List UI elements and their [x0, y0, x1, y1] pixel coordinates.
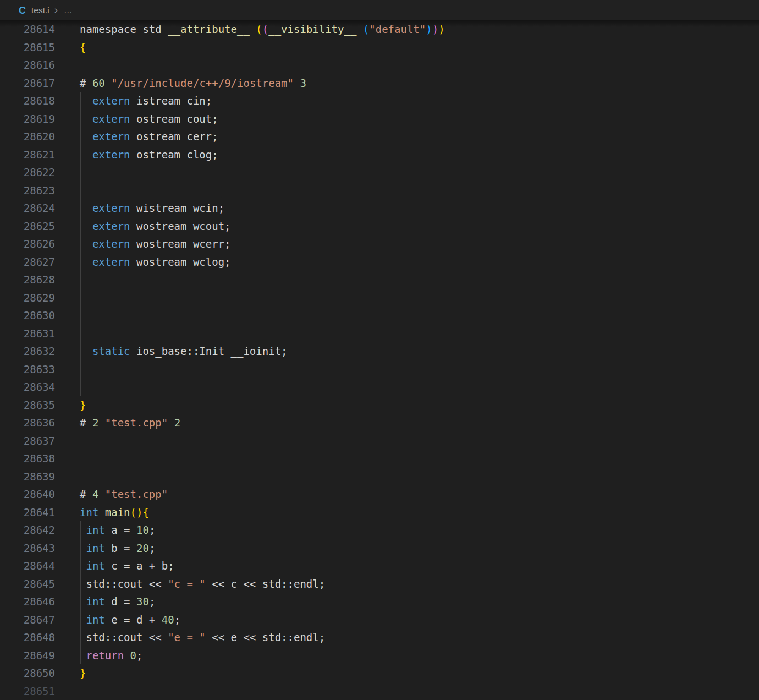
- token-str: "test.cpp": [105, 417, 168, 429]
- code-text: std::cout << "c = " << c << std::endl;: [80, 575, 325, 593]
- code-line[interactable]: 28626 extern wostream wcerr;: [0, 235, 759, 253]
- code-line[interactable]: 28643 int b = 20;: [0, 539, 759, 557]
- token-plain: c = a + b;: [105, 560, 174, 572]
- token-kw: int: [80, 506, 98, 518]
- token-kw: extern: [92, 113, 130, 125]
- token-plain: ;: [149, 542, 155, 554]
- line-number: 28621: [0, 146, 55, 164]
- code-line[interactable]: 28638: [0, 450, 759, 468]
- line-number: 28620: [0, 128, 55, 146]
- token-plain: #: [80, 417, 92, 429]
- line-number: 28614: [0, 20, 55, 39]
- code-line[interactable]: 28622: [0, 163, 759, 182]
- code-line[interactable]: 28631: [0, 325, 759, 343]
- code-line[interactable]: 28629: [0, 289, 759, 307]
- token-b2: ): [432, 23, 438, 35]
- code-line[interactable]: 28624 extern wistream wcin;: [0, 199, 759, 217]
- code-line[interactable]: 28640# 4 "test.cpp": [0, 485, 759, 504]
- code-text: std::cout << "e = " << e << std::endl;: [80, 628, 325, 647]
- token-plain: [250, 23, 256, 35]
- token-plain: [80, 560, 86, 572]
- code-line[interactable]: 28639: [0, 468, 759, 486]
- token-ctrl: return: [86, 649, 124, 661]
- code-text: int c = a + b;: [80, 557, 174, 575]
- token-plain: [80, 130, 92, 143]
- code-line[interactable]: 28637: [0, 432, 759, 450]
- code-line[interactable]: 28617# 60 "/usr/include/c++/9/iostream" …: [0, 74, 759, 92]
- code-line[interactable]: 28628: [0, 271, 759, 289]
- token-b1: {: [142, 506, 148, 518]
- code-line[interactable]: 28635}: [0, 396, 759, 414]
- token-plain: [294, 77, 300, 89]
- token-plain: namespace std: [80, 23, 168, 35]
- code-line[interactable]: 28620 extern ostream cerr;: [0, 128, 759, 146]
- token-plain: wostream wclog;: [130, 256, 231, 268]
- line-number: 28639: [0, 468, 55, 486]
- line-number: 28636: [0, 414, 55, 432]
- token-plain: [80, 345, 92, 357]
- code-line[interactable]: 28644 int c = a + b;: [0, 557, 759, 575]
- token-kw: int: [86, 524, 105, 536]
- token-b2: (: [262, 23, 268, 35]
- code-text: extern wostream wcout;: [80, 217, 231, 236]
- code-line[interactable]: 28615{: [0, 39, 759, 57]
- line-number: 28638: [0, 450, 55, 468]
- line-number: 28630: [0, 307, 55, 325]
- code-text: # 60 "/usr/include/c++/9/iostream" 3: [80, 74, 306, 92]
- token-num: 0: [130, 649, 136, 661]
- breadcrumb-item-filename[interactable]: test.i: [31, 6, 50, 15]
- code-line[interactable]: 28616: [0, 56, 759, 74]
- code-text: extern ostream cerr;: [80, 128, 218, 146]
- line-number: 28633: [0, 360, 55, 379]
- code-line[interactable]: 28649 return 0;: [0, 647, 759, 665]
- token-plain: ostream cerr;: [130, 130, 218, 143]
- token-str: "c = ": [168, 578, 206, 590]
- line-number: 28629: [0, 289, 55, 307]
- line-number: 28642: [0, 521, 55, 539]
- line-number: 28647: [0, 611, 55, 629]
- code-line[interactable]: 28648 std::cout << "e = " << e << std::e…: [0, 628, 759, 647]
- code-line[interactable]: 28625 extern wostream wcout;: [0, 217, 759, 236]
- code-line[interactable]: 28623: [0, 182, 759, 200]
- breadcrumb-item-symbols[interactable]: …: [64, 6, 73, 15]
- code-line[interactable]: 28645 std::cout << "c = " << c << std::e…: [0, 575, 759, 593]
- code-lines: 28614namespace std __attribute__ ((__vis…: [0, 20, 759, 700]
- token-plain: #: [80, 488, 92, 500]
- code-text: int b = 20;: [80, 539, 155, 557]
- token-kw: int: [86, 595, 105, 608]
- token-num: 3: [300, 77, 306, 89]
- code-line[interactable]: 28632 static ios_base::Init __ioinit;: [0, 342, 759, 360]
- code-line[interactable]: 28634: [0, 378, 759, 396]
- code-editor[interactable]: 28614namespace std __attribute__ ((__vis…: [0, 20, 759, 700]
- token-plain: [105, 77, 111, 89]
- code-line[interactable]: 28633: [0, 360, 759, 379]
- code-line[interactable]: 28630: [0, 307, 759, 325]
- token-kw: int: [86, 560, 105, 572]
- code-text: }: [80, 396, 86, 414]
- token-kw: extern: [92, 130, 130, 143]
- code-line[interactable]: 28647 int e = d + 40;: [0, 611, 759, 629]
- code-line[interactable]: 28651: [0, 682, 759, 700]
- token-plain: istream cin;: [130, 95, 212, 107]
- code-line[interactable]: 28641int main(){: [0, 504, 759, 522]
- token-plain: wistream wcin;: [130, 202, 225, 214]
- token-kw: int: [86, 542, 105, 554]
- code-line[interactable]: 28636# 2 "test.cpp" 2: [0, 414, 759, 432]
- token-plain: a =: [105, 524, 136, 536]
- line-number: 28634: [0, 378, 55, 396]
- code-line[interactable]: 28614namespace std __attribute__ ((__vis…: [0, 20, 759, 39]
- code-line[interactable]: 28650}: [0, 664, 759, 682]
- token-b1: }: [80, 667, 86, 679]
- token-plain: [80, 220, 92, 232]
- code-line[interactable]: 28621 extern ostream clog;: [0, 146, 759, 164]
- code-line[interactable]: 28646 int d = 30;: [0, 593, 759, 611]
- code-line[interactable]: 28627 extern wostream wclog;: [0, 253, 759, 271]
- code-line[interactable]: 28619 extern ostream cout;: [0, 110, 759, 128]
- token-plain: [98, 417, 105, 429]
- line-number: 28624: [0, 199, 55, 217]
- code-line[interactable]: 28618 extern istream cin;: [0, 92, 759, 110]
- token-str: "e = ": [168, 631, 206, 643]
- token-plain: [80, 542, 86, 554]
- token-kw: extern: [92, 202, 130, 214]
- code-line[interactable]: 28642 int a = 10;: [0, 521, 759, 539]
